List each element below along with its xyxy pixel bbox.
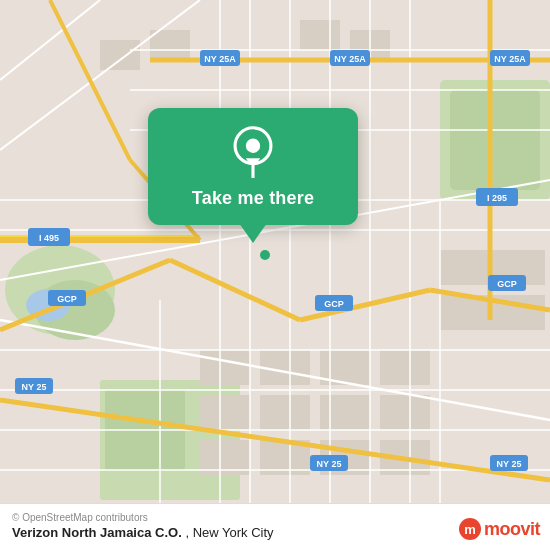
- svg-text:m: m: [464, 522, 476, 537]
- svg-text:NY 25: NY 25: [22, 382, 47, 392]
- svg-text:NY 25: NY 25: [497, 459, 522, 469]
- svg-rect-5: [450, 90, 540, 190]
- svg-rect-20: [100, 40, 140, 70]
- svg-text:NY 25A: NY 25A: [494, 54, 526, 64]
- location-city: New York City: [193, 525, 274, 540]
- svg-text:NY 25A: NY 25A: [204, 54, 236, 64]
- svg-rect-22: [300, 20, 340, 50]
- moovit-logo: m moovit: [459, 518, 540, 540]
- svg-rect-15: [380, 395, 430, 430]
- svg-rect-21: [150, 30, 190, 60]
- svg-rect-11: [380, 350, 430, 385]
- map-container: I 495 NY 25A NY 25A NY 25A I 295 NY 25 N…: [0, 0, 550, 550]
- svg-text:GCP: GCP: [324, 299, 344, 309]
- location-name: Verizon North Jamaica C.O.: [12, 525, 182, 540]
- svg-rect-13: [260, 395, 310, 430]
- svg-text:I 295: I 295: [487, 193, 507, 203]
- take-me-there-popup[interactable]: Take me there: [148, 108, 358, 225]
- svg-rect-12: [200, 395, 250, 430]
- svg-rect-8: [200, 350, 250, 385]
- bottom-bar: © OpenStreetMap contributors Verizon Nor…: [0, 503, 550, 550]
- location-city-separator: ,: [185, 525, 192, 540]
- svg-rect-24: [440, 250, 490, 285]
- svg-text:I 495: I 495: [39, 233, 59, 243]
- svg-text:NY 25A: NY 25A: [334, 54, 366, 64]
- svg-text:GCP: GCP: [497, 279, 517, 289]
- location-info: Verizon North Jamaica C.O. , New York Ci…: [12, 525, 274, 540]
- svg-rect-14: [320, 395, 370, 430]
- take-me-there-label: Take me there: [192, 188, 314, 209]
- svg-text:GCP: GCP: [57, 294, 77, 304]
- svg-point-82: [260, 250, 270, 260]
- svg-text:NY 25: NY 25: [317, 459, 342, 469]
- moovit-brand-text: moovit: [484, 519, 540, 540]
- moovit-icon: m: [459, 518, 481, 540]
- svg-point-84: [246, 139, 260, 153]
- map-background: I 495 NY 25A NY 25A NY 25A I 295 NY 25 N…: [0, 0, 550, 550]
- location-pin-icon: [227, 126, 279, 178]
